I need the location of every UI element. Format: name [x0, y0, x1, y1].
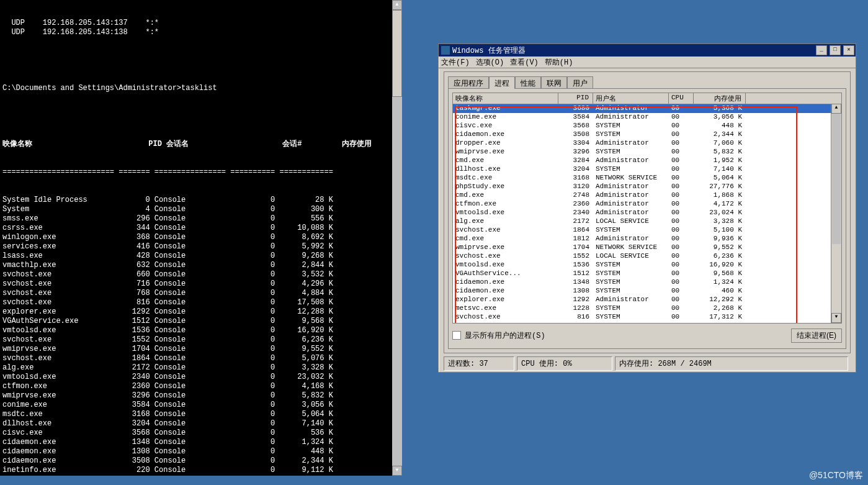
tasklist-row: cidaemon.exe 3508 Console 0 2,344 K — [0, 456, 402, 466]
task-manager-window[interactable]: Windows 任务管理器 _ □ ✕ 文件(F)选项(O)查看(V)帮助(H)… — [438, 43, 856, 373]
tasklist-row: cidaemon.exe 1348 Console 0 1,324 K — [0, 438, 402, 447]
tasklist-row: vmacthlp.exe 632 Console 0 2,844 K — [0, 261, 402, 270]
listview-scrollbar[interactable]: ▲ ▼ — [831, 104, 841, 323]
tasklist-row: inetinfo.exe 220 Console 0 9,112 K — [0, 466, 402, 475]
process-row[interactable]: svchost.exe 816 SYSTEM 00 17,312 K — [453, 313, 841, 322]
process-row[interactable]: vmtoolsd.exe 2340 Administrator 00 23,02… — [453, 209, 841, 217]
process-row[interactable]: msdtc.exe 3168 NETWORK SERVICE 00 5,064 … — [453, 174, 841, 183]
tasklist-row: csrss.exe 344 Console 0 10,088 K — [0, 224, 402, 233]
panel-footer: 显示所有用户的进程(S) 结束进程(E) — [452, 329, 842, 342]
tasklist-row: VGAuthService.exe 1512 Console 0 9,568 K — [0, 317, 402, 326]
tab[interactable]: 性能 — [515, 76, 541, 89]
cmd-scrollbar[interactable]: ▲ ▼ — [392, 0, 402, 476]
window-body: 应用程序进程性能联网用户 映像名称 PID 用户名 CPU 内存使用 taskm… — [444, 71, 851, 353]
tasklist-row: cidaemon.exe 1308 Console 0 448 K — [0, 447, 402, 456]
netstat-output: UDP 192.168.205.143:137 *:* UDP 192.168.… — [0, 19, 402, 37]
tasklist-row: svchost.exe 1864 Console 0 5,076 K — [0, 354, 402, 363]
process-row[interactable]: cidaemon.exe 1308 SYSTEM 00 460 K — [453, 287, 841, 296]
col-mem[interactable]: 内存使用 — [694, 93, 746, 104]
scroll-thumb[interactable] — [832, 114, 841, 244]
tasklist-row: svchost.exe 716 Console 0 4,296 K — [0, 279, 402, 289]
prompt-line: C:\Documents and Settings\Administrator>… — [0, 84, 402, 93]
tasklist-row: alg.exe 2172 Console 0 3,328 K — [0, 363, 402, 373]
scroll-down-button[interactable]: ▼ — [831, 313, 841, 323]
process-row[interactable]: alg.exe 2172 LOCAL SERVICE 00 3,328 K — [453, 217, 841, 226]
tab[interactable]: 应用程序 — [448, 76, 489, 89]
process-row[interactable]: cmd.exe 1812 Administrator 00 9,936 K — [453, 235, 841, 243]
tasklist-row: ctfmon.exe 2360 Console 0 4,168 K — [0, 382, 402, 391]
tasklist-row: vmtoolsd.exe 2340 Console 0 23,032 K — [0, 373, 402, 382]
menu-item[interactable]: 查看(V) — [510, 57, 539, 68]
statusbar: 进程数: 37 CPU 使用: 0% 内存使用: 268M / 2469M — [444, 357, 851, 369]
process-listview[interactable]: 映像名称 PID 用户名 CPU 内存使用 taskmgr.exe 3680 A… — [452, 93, 842, 324]
tasklist-row: svchost.exe 660 Console 0 3,532 K — [0, 270, 402, 279]
tasklist-rows: System Idle Process 0 Console 0 28 KSyst… — [0, 196, 402, 476]
process-row[interactable]: cidaemon.exe 3508 SYSTEM 00 2,344 K — [453, 130, 841, 139]
cmd-window[interactable]: UDP 192.168.205.143:137 *:* UDP 192.168.… — [0, 0, 402, 476]
process-row[interactable]: phpStudy.exe 3120 Administrator 00 27,77… — [453, 183, 841, 191]
tasklist-row: cisvc.exe 3568 Console 0 536 K — [0, 428, 402, 438]
tasklist-separator: ========================= ======= ======… — [0, 168, 402, 177]
blank-line — [0, 112, 402, 121]
tasklist-row: wmiprvse.exe 1704 Console 0 9,552 K — [0, 345, 402, 354]
process-row[interactable]: explorer.exe 1292 Administrator 00 12,29… — [453, 296, 841, 304]
menu-item[interactable]: 选项(O) — [476, 57, 504, 68]
process-row[interactable]: cidaemon.exe 1348 SYSTEM 00 1,324 K — [453, 278, 841, 287]
process-row[interactable]: VGAuthService... 1512 SYSTEM 00 9,568 K — [453, 270, 841, 278]
process-row[interactable]: vmtoolsd.exe 1536 SYSTEM 00 16,920 K — [453, 261, 841, 270]
process-row[interactable]: ctfmon.exe 2360 Administrator 00 4,172 K — [453, 200, 841, 209]
process-row[interactable]: cmd.exe 2748 Administrator 00 1,868 K — [453, 191, 841, 200]
listview-header[interactable]: 映像名称 PID 用户名 CPU 内存使用 — [453, 93, 841, 104]
col-cpu[interactable]: CPU — [669, 93, 694, 104]
scroll-up-button[interactable]: ▲ — [392, 0, 402, 10]
col-image-name[interactable]: 映像名称 — [453, 93, 558, 104]
tasklist-row: svchost.exe 816 Console 0 17,508 K — [0, 298, 402, 307]
end-process-button[interactable]: 结束进程(E) — [791, 329, 842, 343]
process-row[interactable]: wmiprvse.exe 3296 SYSTEM 00 5,832 K — [453, 148, 841, 156]
titlebar[interactable]: Windows 任务管理器 _ □ ✕ — [439, 44, 856, 57]
tasklist-row: svchost.exe 1552 Console 0 6,236 K — [0, 335, 402, 345]
process-row[interactable]: taskmgr.exe 3680 Administrator 00 5,368 … — [453, 104, 841, 113]
process-row[interactable]: dropper.exe 3304 Administrator 00 7,060 … — [453, 139, 841, 148]
scroll-up-button[interactable]: ▲ — [831, 104, 841, 114]
tasklist-row: lsass.exe 428 Console 0 9,268 K — [0, 252, 402, 261]
col-user[interactable]: 用户名 — [593, 93, 669, 104]
blank-line — [0, 56, 402, 65]
tasklist-row: System 4 Console 0 300 K — [0, 205, 402, 214]
tab[interactable]: 进程 — [489, 76, 515, 89]
process-row[interactable]: dllhost.exe 3204 SYSTEM 00 7,140 K — [453, 165, 841, 174]
col-pid[interactable]: PID — [558, 93, 593, 104]
menu-item[interactable]: 帮助(H) — [545, 57, 573, 68]
tasklist-row: cmd.exe 2748 Console 0 1,868 K — [0, 475, 402, 476]
tasklist-row: dllhost.exe 3204 Console 0 7,140 K — [0, 419, 402, 428]
status-mem: 内存使用: 268M / 2469M — [615, 356, 848, 371]
tasklist-row: explorer.exe 1292 Console 0 12,288 K — [0, 307, 402, 317]
tasklist-row: svchost.exe 768 Console 0 4,884 K — [0, 289, 402, 298]
status-cpu: CPU 使用: 0% — [517, 356, 612, 371]
tasklist-row: System Idle Process 0 Console 0 28 K — [0, 196, 402, 205]
tasklist-row: services.exe 416 Console 0 5,992 K — [0, 242, 402, 252]
status-processes: 进程数: 37 — [444, 356, 514, 371]
tab-strip[interactable]: 应用程序进程性能联网用户 — [448, 76, 846, 88]
process-row[interactable]: wmiprvse.exe 1704 NETWORK SERVICE 00 9,5… — [453, 243, 841, 252]
process-row[interactable]: metsvc.exe 1228 SYSTEM 00 2,268 K — [453, 304, 841, 313]
process-row[interactable]: cisvc.exe 3568 SYSTEM 00 448 K — [453, 122, 841, 130]
minimize-button[interactable]: _ — [816, 45, 827, 55]
show-all-users-label: 显示所有用户的进程(S) — [465, 330, 545, 341]
tasklist-row: msdtc.exe 3168 Console 0 5,064 K — [0, 410, 402, 419]
process-row[interactable]: cmd.exe 3284 Administrator 00 1,952 K — [453, 156, 841, 165]
maximize-button[interactable]: □ — [830, 45, 841, 55]
tab[interactable]: 用户 — [567, 76, 593, 89]
show-all-users-checkbox[interactable] — [452, 331, 461, 340]
scroll-thumb[interactable] — [392, 10, 402, 97]
menubar[interactable]: 文件(F)选项(O)查看(V)帮助(H) — [439, 57, 856, 68]
process-row[interactable]: svchost.exe 1552 LOCAL SERVICE 00 6,236 … — [453, 252, 841, 261]
process-row[interactable]: svchost.exe 1864 SYSTEM 00 5,100 K — [453, 226, 841, 235]
close-button[interactable]: ✕ — [843, 45, 854, 55]
tab[interactable]: 联网 — [541, 76, 567, 89]
scroll-down-button[interactable]: ▼ — [392, 466, 402, 476]
listview-rows[interactable]: taskmgr.exe 3680 Administrator 00 5,368 … — [453, 104, 841, 322]
tasklist-header: 映像名称 PID 会话名 会话# 内存使用 — [0, 140, 402, 149]
menu-item[interactable]: 文件(F) — [441, 57, 470, 68]
process-row[interactable]: conime.exe 3584 Administrator 00 3,056 K — [453, 113, 841, 122]
